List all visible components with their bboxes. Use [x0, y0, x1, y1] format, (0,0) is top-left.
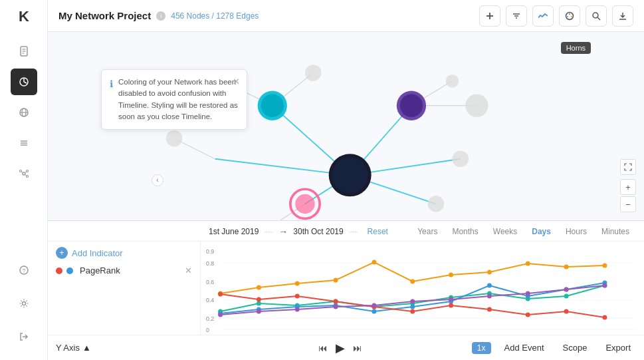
svg-point-118	[295, 307, 300, 312]
svg-point-121	[410, 299, 415, 304]
speed-badge[interactable]: 1x	[472, 342, 491, 354]
y-axis-control[interactable]: Y Axis ▲	[56, 343, 209, 353]
main-content: My Network Project i 456 Nodes / 1278 Ed…	[48, 0, 644, 360]
sidebar-bottom: ?	[11, 255, 37, 352]
skip-back-button[interactable]: ⏮	[318, 343, 328, 353]
zoom-expand-button[interactable]	[620, 159, 636, 175]
svg-text:0.8: 0.8	[206, 260, 214, 267]
chart-area: 0.9 0.8 0.6 0.4 0.2 0	[201, 242, 644, 335]
notification-close[interactable]: ✕	[233, 75, 240, 89]
svg-point-120	[372, 303, 376, 308]
svg-point-111	[449, 303, 453, 308]
svg-point-14	[26, 176, 28, 178]
download-button[interactable]	[612, 5, 633, 27]
svg-point-82	[603, 264, 607, 268]
tab-weeks[interactable]: Weeks	[486, 225, 524, 238]
svg-point-53	[261, 94, 284, 117]
svg-text:2nd June: 2nd June	[245, 332, 267, 333]
info-icon: i	[156, 11, 165, 21]
footer-actions: 1x Add Event Scope Export	[472, 340, 636, 355]
bottom-panel: 1st June 2019 ····· → 30th Oct 2019 ····…	[48, 220, 644, 360]
sidebar-item-analytics[interactable]	[11, 69, 37, 95]
indicators-panel: + Add Indicator PageRank ✕ ‹	[48, 242, 201, 335]
svg-point-48	[446, 75, 459, 88]
start-date-dots: ·····	[264, 228, 273, 236]
svg-point-75	[334, 278, 338, 283]
svg-text:9th June: 9th June	[519, 332, 540, 333]
svg-point-59	[332, 157, 368, 193]
add-event-button[interactable]: Add Event	[499, 340, 550, 355]
svg-point-101	[487, 283, 492, 288]
filter-button[interactable]	[506, 5, 527, 27]
svg-point-113	[526, 313, 530, 317]
svg-point-81	[564, 265, 569, 270]
sidebar-item-help[interactable]: ?	[11, 257, 37, 283]
network-canvas[interactable]: ✕ ℹ Coloring of your Network has been di…	[48, 32, 644, 220]
y-axis-label: Y Axis	[56, 343, 80, 353]
end-date-dots: ·····	[349, 228, 358, 236]
svg-text:3rd June: 3rd June	[284, 332, 305, 333]
sidebar-item-document[interactable]	[11, 38, 37, 65]
export-button[interactable]: Export	[600, 340, 636, 355]
add-indicator-icon: +	[56, 247, 68, 259]
date-arrow[interactable]: →	[278, 226, 288, 237]
add-indicator-button[interactable]: + Add Indicator	[56, 247, 192, 259]
svg-point-106	[257, 297, 261, 302]
svg-point-115	[603, 315, 607, 320]
add-button[interactable]	[479, 5, 500, 27]
svg-point-73	[257, 285, 261, 290]
skip-forward-button[interactable]: ⏭	[353, 343, 362, 353]
svg-point-98	[372, 309, 376, 314]
scope-button[interactable]: Scope	[558, 340, 593, 355]
sidebar-item-nodes[interactable]	[11, 160, 37, 187]
svg-text:0.2: 0.2	[206, 315, 214, 322]
sidebar-item-settings[interactable]	[11, 290, 37, 317]
panel-body: + Add Indicator PageRank ✕ ‹	[48, 242, 644, 335]
indicator-label-pagerank: PageRank	[80, 266, 181, 275]
sidebar-item-globe[interactable]	[11, 99, 37, 126]
app-logo: K	[19, 8, 29, 25]
svg-point-108	[334, 299, 338, 304]
zoom-out-button[interactable]: −	[620, 196, 636, 212]
header-right	[479, 5, 633, 27]
svg-point-28	[571, 16, 572, 17]
tab-hours[interactable]: Hours	[559, 225, 593, 238]
svg-text:7th June: 7th June	[441, 332, 462, 333]
chart-svg: 0.9 0.8 0.6 0.4 0.2 0	[206, 247, 636, 333]
svg-point-126	[603, 283, 607, 288]
sidebar-item-list[interactable]	[11, 130, 37, 156]
end-date: 30th Oct 2019	[293, 227, 343, 236]
svg-point-12	[19, 170, 21, 172]
zoom-in-button[interactable]: +	[620, 179, 636, 195]
svg-text:1st June: 1st June	[207, 332, 227, 333]
svg-point-74	[295, 281, 300, 286]
tab-days[interactable]: Days	[525, 225, 558, 238]
svg-text:4th June: 4th June	[324, 332, 344, 333]
svg-point-125	[564, 287, 569, 292]
search-button[interactable]	[586, 5, 607, 27]
tab-years[interactable]: Years	[411, 225, 444, 238]
time-tabs: Years Months Weeks Days Hours Minutes	[411, 225, 636, 238]
svg-point-55	[400, 94, 423, 117]
header-left: My Network Project i 456 Nodes / 1278 Ed…	[58, 10, 259, 21]
svg-point-76	[372, 260, 376, 265]
svg-text:11th June: 11th June	[593, 332, 617, 333]
svg-point-20	[22, 302, 25, 305]
sidebar-item-logout[interactable]	[11, 323, 37, 350]
indicator-remove-button[interactable]: ✕	[185, 266, 192, 275]
notification-box: ✕ ℹ Coloring of your Network has been di…	[101, 69, 247, 130]
tab-minutes[interactable]: Minutes	[595, 225, 636, 238]
reset-button[interactable]: Reset	[364, 226, 392, 238]
tab-months[interactable]: Months	[445, 225, 484, 238]
svg-point-92	[564, 294, 569, 299]
sidebar: K ?	[0, 0, 48, 360]
play-button[interactable]: ▶	[336, 341, 345, 355]
svg-point-30	[593, 13, 598, 18]
trend-button[interactable]	[532, 5, 554, 27]
svg-point-124	[526, 291, 530, 296]
svg-point-13	[26, 170, 28, 172]
palette-button[interactable]	[559, 5, 580, 27]
svg-point-57	[295, 194, 315, 214]
svg-text:8th June: 8th June	[480, 332, 500, 333]
zoom-controls: + −	[620, 159, 636, 212]
